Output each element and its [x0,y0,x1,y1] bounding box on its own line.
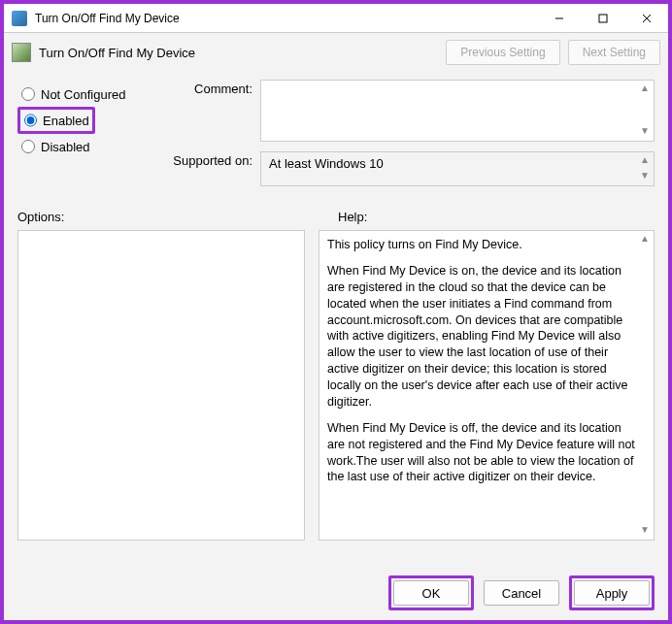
radio-enabled-input[interactable] [24,114,37,127]
maximize-button[interactable] [581,4,624,33]
minimize-button[interactable] [537,4,581,33]
comment-textarea[interactable]: ▲ ▼ [260,80,655,142]
previous-setting-button[interactable]: Previous Setting [446,40,559,65]
radio-enabled-label: Enabled [43,114,89,128]
policy-name: Turn On/Off Find My Device [39,46,195,60]
scroll-down-icon[interactable]: ▼ [638,524,652,538]
next-setting-button[interactable]: Next Setting [568,40,660,65]
options-label: Options: [17,210,338,224]
scroll-up-icon[interactable]: ▲ [638,233,652,246]
help-panel: This policy turns on Find My Device. Whe… [319,230,655,541]
help-paragraph: When Find My Device is off, the device a… [327,420,636,486]
radio-disabled-input[interactable] [21,140,35,153]
close-button[interactable] [624,4,668,33]
radio-not-configured-input[interactable] [21,87,35,101]
radio-disabled-label: Disabled [41,140,90,154]
radio-not-configured[interactable]: Not Configured [17,82,153,107]
policy-sheet-icon [12,43,31,62]
window-title: Turn On/Off Find My Device [35,12,537,25]
comment-label: Comment: [163,80,252,142]
help-label: Help: [338,210,367,224]
dialog-footer: OK Cancel Apply [388,575,655,610]
help-paragraph: When Find My Device is on, the device an… [327,263,636,411]
svg-rect-1 [599,15,607,22]
scroll-up-icon[interactable]: ▲ [638,154,652,168]
cancel-button[interactable]: Cancel [484,580,559,606]
supported-on-label: Supported on: [163,151,252,186]
supported-on-box: At least Windows 10 ▲ ▼ [260,151,655,186]
options-panel [17,230,305,541]
scroll-down-icon[interactable]: ▼ [638,170,652,183]
supported-on-value: At least Windows 10 [269,156,384,171]
policy-icon [12,11,27,26]
apply-button[interactable]: Apply [574,580,650,606]
radio-disabled[interactable]: Disabled [17,134,153,159]
ok-button[interactable]: OK [393,580,469,606]
radio-not-configured-label: Not Configured [41,87,125,102]
help-paragraph: This policy turns on Find My Device. [327,237,636,253]
scroll-up-icon[interactable]: ▲ [638,82,652,96]
scroll-down-icon[interactable]: ▼ [638,125,652,139]
state-radio-group: Not Configured Enabled Disabled [17,80,153,196]
toolbar: Turn On/Off Find My Device Previous Sett… [4,33,668,72]
radio-enabled[interactable]: Enabled [20,110,92,131]
titlebar: Turn On/Off Find My Device [4,4,668,33]
